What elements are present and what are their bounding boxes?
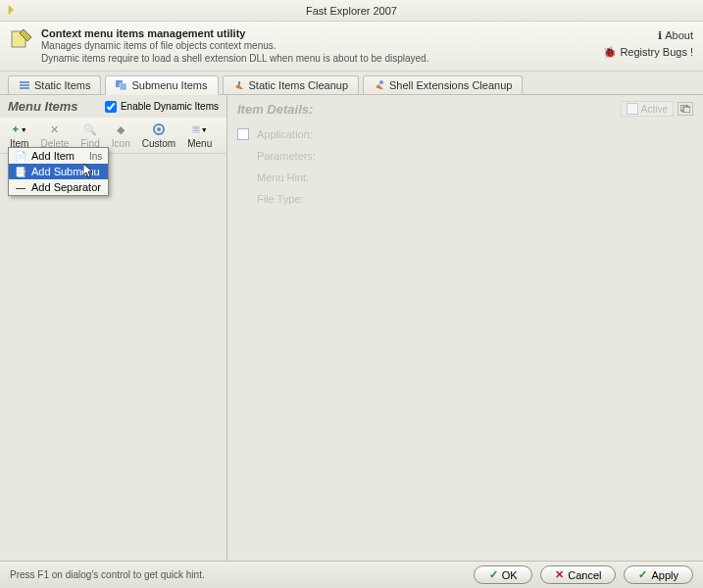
svg-rect-3 <box>20 87 29 89</box>
shell-cleanup-icon <box>374 79 385 91</box>
add-submenu-icon: 📑 <box>15 166 26 177</box>
svg-rect-6 <box>238 81 240 85</box>
add-icon <box>12 125 20 133</box>
popout-icon <box>680 105 690 113</box>
cancel-button[interactable]: ✕ Cancel <box>540 565 616 584</box>
about-link[interactable]: ℹAbout <box>603 27 693 44</box>
footer-hint: Press F1 on dialog's control to get quic… <box>10 569 205 580</box>
window-title: Fast Explorer 2007 <box>306 5 397 17</box>
find-icon: 🔍 <box>82 122 98 137</box>
header-line2: Dynamic items require to load a shell ex… <box>41 52 428 65</box>
right-panel: Item Details: Active Application: Parame… <box>227 95 703 565</box>
svg-rect-14 <box>194 128 198 129</box>
header-line1: Manages dynamic items of file objects co… <box>41 39 428 52</box>
tab-submenu-items[interactable]: Submenu Items <box>105 75 218 95</box>
item-dropdown-menu: 📄 Add Item Ins 📑 Add Submenu — Add Separ… <box>8 147 109 196</box>
apply-check-icon: ✓ <box>638 568 647 581</box>
svg-rect-5 <box>120 83 126 90</box>
apply-button[interactable]: ✓ Apply <box>624 565 693 584</box>
check-icon: ✓ <box>489 568 498 581</box>
app-icon <box>6 3 20 17</box>
menu-icon <box>192 125 200 133</box>
tab-static-cleanup[interactable]: Static Items Cleanup <box>223 75 360 94</box>
svg-rect-13 <box>194 127 198 128</box>
add-separator-menu-item[interactable]: — Add Separator <box>9 179 108 195</box>
svg-point-11 <box>157 127 161 131</box>
add-item-icon: 📄 <box>15 150 26 162</box>
titlebar: Fast Explorer 2007 <box>0 0 703 22</box>
svg-rect-9 <box>13 128 19 130</box>
add-submenu-menu-item[interactable]: 📑 Add Submenu <box>9 164 108 179</box>
active-check-box <box>627 103 638 115</box>
bugs-link[interactable]: 🐞Registry Bugs ! <box>603 44 693 61</box>
tabs: Static Items Submenu Items Static Items … <box>0 72 703 95</box>
custom-button[interactable]: Custom <box>136 120 181 151</box>
header-panel: Context menu items management utility Ma… <box>0 22 703 72</box>
footer: Press F1 on dialog's control to get quic… <box>0 561 703 588</box>
svg-rect-15 <box>194 130 198 131</box>
add-item-menu-item[interactable]: 📄 Add Item Ins <box>9 148 108 164</box>
menu-items-title: Menu Items <box>8 99 78 114</box>
parameters-row: Parameters: <box>237 148 693 164</box>
x-icon: ✕ <box>555 568 564 581</box>
active-checkbox: Active <box>621 101 674 117</box>
application-row: Application: <box>237 126 693 142</box>
menu-button[interactable]: ▼ Menu <box>181 120 218 151</box>
static-icon <box>19 79 30 91</box>
delete-icon: ✕ <box>47 122 63 137</box>
ok-button[interactable]: ✓ OK <box>474 565 532 584</box>
application-checkbox <box>237 128 249 140</box>
separator-icon: — <box>15 181 26 193</box>
menu-hint-row: Menu Hint: <box>237 170 693 185</box>
utility-icon <box>10 27 33 51</box>
custom-icon <box>151 122 167 137</box>
enable-dynamic-input[interactable] <box>105 101 117 113</box>
tab-static-items[interactable]: Static Items <box>8 75 101 94</box>
svg-rect-1 <box>20 81 29 83</box>
tab-shell-cleanup[interactable]: Shell Extensions Cleanup <box>363 75 523 94</box>
file-type-row: File Type: <box>237 191 693 207</box>
svg-point-7 <box>379 80 383 84</box>
details-title: Item Details: <box>237 102 313 117</box>
bug-icon: 🐞 <box>603 44 617 61</box>
popout-button[interactable] <box>678 102 693 116</box>
icon-button: ◆ Icon <box>106 120 136 151</box>
cleanup-icon <box>233 79 245 91</box>
svg-rect-2 <box>20 84 29 86</box>
info-icon: ℹ <box>658 27 662 44</box>
icon-icon: ◆ <box>113 122 128 137</box>
header-title: Context menu items management utility <box>41 27 428 39</box>
enable-dynamic-checkbox[interactable]: Enable Dynamic Items <box>105 101 219 113</box>
submenu-icon <box>116 79 127 91</box>
svg-rect-17 <box>683 107 690 113</box>
enable-dynamic-label: Enable Dynamic Items <box>121 101 219 112</box>
